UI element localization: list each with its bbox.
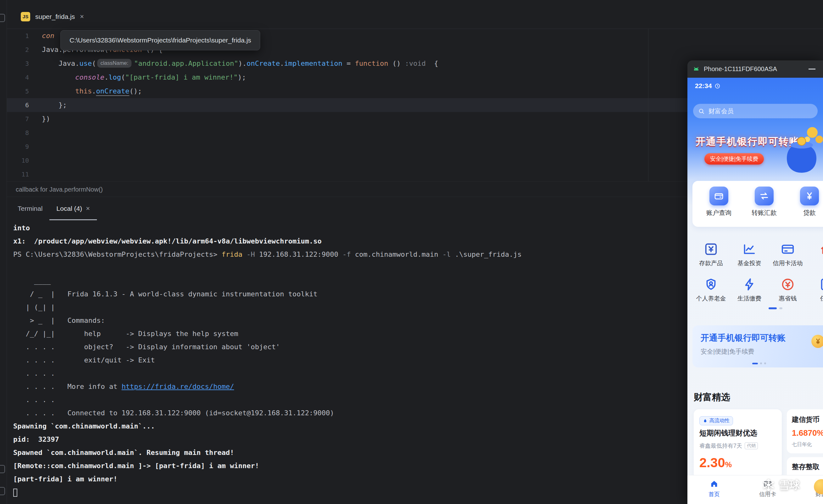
terminal-token: / _ | Frida 16.1.3 - A world-class dynam…: [13, 290, 317, 298]
task-icon: [819, 277, 823, 292]
clock-icon: [714, 83, 720, 89]
type-hint: :void: [405, 59, 426, 67]
product-rate: 1.6870%: [792, 428, 823, 438]
service-label: 个人养老金: [696, 295, 726, 303]
search-bar[interactable]: 财富会员: [693, 104, 818, 118]
terminal-token: . . . .: [13, 369, 55, 377]
promo-page-indicator: [752, 362, 766, 364]
tab-item-credit-card[interactable]: 信用卡: [741, 475, 794, 504]
tool-stripe-icon[interactable]: [0, 487, 5, 495]
code-token: log: [109, 73, 121, 81]
terminal-link[interactable]: https://frida.re/docs/home/: [122, 382, 234, 390]
code-token: );: [238, 73, 246, 81]
service-item[interactable]: 个人养老金: [692, 275, 730, 310]
code-token: (: [121, 73, 125, 81]
line-number: 10: [7, 154, 29, 167]
phone-mirror-window: Phone-1C111FDF600ASA 22:34 财富会员 开通手机银行即可…: [687, 60, 823, 504]
service-item[interactable]: 信用卡活动: [769, 239, 807, 275]
coin-icon: [811, 335, 823, 348]
section-title-wealth: 财富精选: [694, 391, 730, 404]
services-grid: 存款产品基金投资信用卡活动个人养老金生活缴费惠省钱任务: [692, 239, 823, 310]
tool-stripe-icon[interactable]: [0, 465, 5, 473]
code-token: con: [42, 32, 54, 40]
code-token: function: [355, 59, 388, 67]
line-number: 7: [7, 112, 29, 126]
terminal-cursor: [13, 489, 17, 497]
js-file-icon: JS: [21, 12, 30, 21]
hero-banner-badge: 安全|便捷|免手续费: [704, 153, 764, 165]
terminal-token: 192.168.31.122:9000: [255, 250, 342, 258]
product-rate: 2.30%: [699, 455, 732, 470]
terminal-tab-label: Terminal: [18, 205, 42, 212]
service-item[interactable]: 生活缴费: [730, 275, 769, 310]
terminal-token: ____: [13, 277, 51, 285]
product-card-featured[interactable]: 高流动性 短期闲钱理财优选 睿鑫最低持有7天 代销 2.30%: [694, 409, 782, 479]
terminal-token: -l: [442, 250, 451, 258]
tool-window-stripe[interactable]: [0, 0, 7, 504]
terminal-token: -f: [342, 250, 351, 258]
tab-item-home[interactable]: 首页: [687, 475, 741, 504]
quick-action-label: 账户查询: [706, 209, 731, 217]
terminal-token: > _ | Commands:: [13, 317, 105, 324]
tab-terminal[interactable]: Terminal: [11, 197, 49, 220]
line-number: 5: [7, 84, 29, 98]
yen-icon: [800, 187, 819, 205]
code-token: implementation: [284, 59, 342, 67]
tool-stripe-icon[interactable]: [0, 14, 5, 22]
terminal-token: pid: 32397: [13, 436, 59, 443]
tab-local-session[interactable]: Local (4) ×: [49, 197, 97, 220]
quick-action-item[interactable]: 账户查询: [700, 187, 738, 227]
terminal-token: PS C:\Users\32836\WebstormProjects\frida…: [13, 250, 221, 258]
code-text: [29, 140, 42, 154]
quick-action-item[interactable]: 贷款: [791, 187, 823, 227]
code-text: [29, 167, 42, 181]
terminal-token: /_/ |_| help -> Displays the help system: [13, 330, 238, 338]
tab-label: 首页: [708, 490, 720, 498]
home-icon: [710, 480, 718, 488]
line-number: 11: [7, 167, 29, 181]
product-subtitle: 睿鑫最低持有7天 代销: [699, 442, 758, 450]
code-text: con: [29, 29, 54, 43]
status-time: 22:34: [695, 82, 712, 90]
close-terminal-tab-icon[interactable]: ×: [86, 204, 90, 213]
status-bar: 22:34: [695, 82, 720, 90]
terminal-token: . . . .: [13, 396, 55, 404]
terminal-token: [part-frida] i am winner!: [13, 475, 117, 483]
phone-window-title: Phone-1C111FDF600ASA: [704, 65, 805, 73]
service-item[interactable]: 基金投资: [730, 239, 769, 275]
transfer-glyph: [759, 191, 769, 201]
code-token: .: [92, 87, 96, 95]
code-token: }): [42, 115, 50, 123]
service-item[interactable]: 惠省钱: [769, 275, 807, 310]
quick-action-label: 贷款: [803, 209, 816, 217]
terminal-token: frida: [221, 250, 242, 258]
product-card-money-fund[interactable]: 建信货币 1.6870% 七日年化: [787, 409, 823, 453]
card-icon: [781, 242, 795, 257]
editor-tab-label: super_frida.js: [35, 13, 75, 20]
service-label: 惠省钱: [779, 295, 797, 303]
service-item[interactable]: 任务: [807, 275, 823, 310]
code-token: };: [42, 101, 67, 109]
close-tab-icon[interactable]: ×: [80, 13, 84, 21]
editor-tab-super-frida[interactable]: JS super_frida.js ×: [15, 6, 90, 27]
terminal-token: com.chinamworld.main: [351, 250, 442, 258]
code-token: Java.: [42, 59, 79, 67]
service-item[interactable]: 存款产品: [692, 239, 730, 275]
bolt-icon: [742, 277, 757, 292]
code-token: .: [105, 73, 109, 81]
product-title: 短期闲钱理财优选: [699, 428, 757, 438]
piggy-coins-graphic: [778, 121, 823, 179]
line-number: 1: [7, 29, 29, 43]
promo-title: 开通手机银行即可转账: [701, 332, 786, 344]
code-text: this.onCreate();: [29, 84, 142, 98]
code-token: this: [75, 87, 92, 95]
code-token: [42, 73, 75, 81]
minimize-button[interactable]: [809, 68, 815, 69]
transfer-icon: [755, 187, 774, 205]
promo-banner[interactable]: 开通手机银行即可转账 安全|便捷|免手续费: [692, 325, 823, 367]
line-number: 6: [7, 98, 29, 112]
phone-window-titlebar[interactable]: Phone-1C111FDF600ASA: [687, 60, 823, 78]
code-token: [42, 87, 75, 95]
service-item[interactable]: [807, 239, 823, 275]
quick-action-item[interactable]: 转账汇款: [745, 187, 783, 227]
